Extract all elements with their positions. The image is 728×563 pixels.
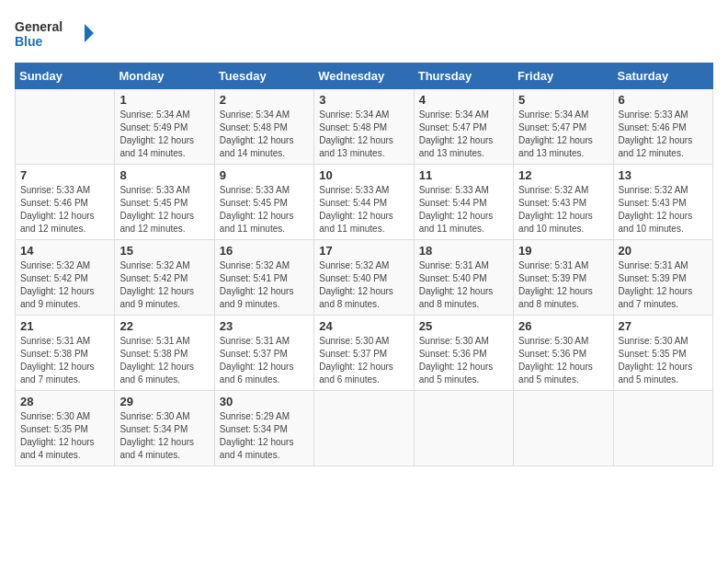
day-number: 3 [319, 93, 408, 107]
calendar-cell: 19Sunrise: 5:31 AM Sunset: 5:39 PM Dayli… [514, 240, 613, 316]
day-number: 15 [119, 244, 209, 258]
svg-text:General: General [15, 19, 63, 34]
col-header-sunday: Sunday [16, 63, 115, 89]
calendar-cell: 5Sunrise: 5:34 AM Sunset: 5:47 PM Daylig… [514, 89, 613, 165]
calendar-cell: 16Sunrise: 5:32 AM Sunset: 5:41 PM Dayli… [214, 240, 313, 316]
day-number: 24 [319, 319, 408, 333]
col-header-thursday: Thursday [414, 63, 513, 89]
calendar-cell: 3Sunrise: 5:34 AM Sunset: 5:48 PM Daylig… [314, 89, 414, 165]
calendar-cell: 15Sunrise: 5:32 AM Sunset: 5:42 PM Dayli… [115, 240, 214, 316]
day-info: Sunrise: 5:32 AM Sunset: 5:40 PM Dayligh… [319, 259, 408, 311]
day-number: 2 [220, 93, 309, 107]
day-number: 17 [319, 244, 408, 258]
calendar-cell: 1Sunrise: 5:34 AM Sunset: 5:49 PM Daylig… [115, 89, 214, 165]
day-number: 11 [419, 168, 508, 182]
day-number: 19 [518, 244, 608, 258]
calendar-cell [414, 391, 513, 466]
day-number: 18 [419, 244, 508, 258]
day-number: 22 [119, 319, 209, 333]
calendar-cell [16, 89, 115, 165]
day-number: 23 [220, 319, 309, 333]
calendar-cell: 17Sunrise: 5:32 AM Sunset: 5:40 PM Dayli… [314, 240, 414, 316]
day-info: Sunrise: 5:29 AM Sunset: 5:34 PM Dayligh… [220, 410, 309, 462]
day-info: Sunrise: 5:33 AM Sunset: 5:44 PM Dayligh… [419, 184, 508, 236]
day-number: 5 [518, 93, 608, 107]
day-number: 25 [419, 319, 508, 333]
calendar-week-row: 7Sunrise: 5:33 AM Sunset: 5:46 PM Daylig… [16, 165, 713, 240]
day-info: Sunrise: 5:33 AM Sunset: 5:46 PM Dayligh… [619, 109, 708, 160]
day-info: Sunrise: 5:31 AM Sunset: 5:38 PM Dayligh… [119, 335, 209, 386]
day-info: Sunrise: 5:34 AM Sunset: 5:47 PM Dayligh… [419, 109, 508, 160]
day-info: Sunrise: 5:30 AM Sunset: 5:35 PM Dayligh… [619, 335, 708, 386]
day-info: Sunrise: 5:31 AM Sunset: 5:37 PM Dayligh… [220, 335, 309, 386]
calendar-cell: 18Sunrise: 5:31 AM Sunset: 5:40 PM Dayli… [414, 240, 513, 316]
calendar-cell: 30Sunrise: 5:29 AM Sunset: 5:34 PM Dayli… [214, 391, 313, 466]
day-info: Sunrise: 5:31 AM Sunset: 5:40 PM Dayligh… [419, 259, 508, 311]
day-number: 9 [220, 168, 309, 182]
calendar-cell: 29Sunrise: 5:30 AM Sunset: 5:34 PM Dayli… [115, 391, 214, 466]
day-info: Sunrise: 5:30 AM Sunset: 5:34 PM Dayligh… [119, 410, 209, 462]
calendar-cell: 8Sunrise: 5:33 AM Sunset: 5:45 PM Daylig… [115, 165, 214, 240]
calendar-cell: 4Sunrise: 5:34 AM Sunset: 5:47 PM Daylig… [414, 89, 513, 165]
calendar-cell: 14Sunrise: 5:32 AM Sunset: 5:42 PM Dayli… [16, 240, 115, 316]
calendar-cell: 20Sunrise: 5:31 AM Sunset: 5:39 PM Dayli… [613, 240, 712, 316]
calendar-cell: 7Sunrise: 5:33 AM Sunset: 5:46 PM Daylig… [16, 165, 115, 240]
calendar-cell: 21Sunrise: 5:31 AM Sunset: 5:38 PM Dayli… [16, 316, 115, 391]
day-number: 1 [119, 93, 209, 107]
day-number: 4 [419, 93, 508, 107]
day-number: 27 [619, 319, 708, 333]
calendar-cell: 2Sunrise: 5:34 AM Sunset: 5:48 PM Daylig… [214, 89, 313, 165]
calendar-cell: 6Sunrise: 5:33 AM Sunset: 5:46 PM Daylig… [613, 89, 712, 165]
page-header: General Blue [15, 15, 713, 52]
day-number: 14 [20, 244, 109, 258]
calendar-week-row: 28Sunrise: 5:30 AM Sunset: 5:35 PM Dayli… [16, 391, 713, 466]
calendar-cell: 13Sunrise: 5:32 AM Sunset: 5:43 PM Dayli… [613, 165, 712, 240]
day-number: 10 [319, 168, 408, 182]
day-info: Sunrise: 5:30 AM Sunset: 5:36 PM Dayligh… [518, 335, 608, 386]
day-number: 20 [619, 244, 708, 258]
day-info: Sunrise: 5:30 AM Sunset: 5:36 PM Dayligh… [419, 335, 508, 386]
calendar-cell [613, 391, 712, 466]
day-info: Sunrise: 5:32 AM Sunset: 5:43 PM Dayligh… [619, 184, 708, 236]
svg-marker-2 [85, 24, 94, 42]
day-info: Sunrise: 5:33 AM Sunset: 5:44 PM Dayligh… [319, 184, 408, 236]
logo-svg: General Blue [15, 15, 97, 52]
calendar-week-row: 21Sunrise: 5:31 AM Sunset: 5:38 PM Dayli… [16, 316, 713, 391]
day-info: Sunrise: 5:32 AM Sunset: 5:43 PM Dayligh… [518, 184, 608, 236]
calendar-table: SundayMondayTuesdayWednesdayThursdayFrid… [15, 63, 713, 466]
day-number: 13 [619, 168, 708, 182]
day-info: Sunrise: 5:31 AM Sunset: 5:38 PM Dayligh… [20, 335, 109, 386]
day-info: Sunrise: 5:30 AM Sunset: 5:35 PM Dayligh… [20, 410, 109, 462]
calendar-cell: 12Sunrise: 5:32 AM Sunset: 5:43 PM Dayli… [514, 165, 613, 240]
day-info: Sunrise: 5:33 AM Sunset: 5:45 PM Dayligh… [119, 184, 209, 236]
day-number: 16 [220, 244, 309, 258]
col-header-friday: Friday [514, 63, 613, 89]
calendar-cell: 24Sunrise: 5:30 AM Sunset: 5:37 PM Dayli… [314, 316, 414, 391]
logo: General Blue [15, 15, 97, 52]
day-info: Sunrise: 5:33 AM Sunset: 5:46 PM Dayligh… [20, 184, 109, 236]
calendar-cell: 26Sunrise: 5:30 AM Sunset: 5:36 PM Dayli… [514, 316, 613, 391]
day-info: Sunrise: 5:34 AM Sunset: 5:48 PM Dayligh… [220, 109, 309, 160]
calendar-cell: 11Sunrise: 5:33 AM Sunset: 5:44 PM Dayli… [414, 165, 513, 240]
calendar-cell: 25Sunrise: 5:30 AM Sunset: 5:36 PM Dayli… [414, 316, 513, 391]
day-info: Sunrise: 5:32 AM Sunset: 5:42 PM Dayligh… [119, 259, 209, 311]
day-info: Sunrise: 5:32 AM Sunset: 5:42 PM Dayligh… [20, 259, 109, 311]
day-info: Sunrise: 5:30 AM Sunset: 5:37 PM Dayligh… [319, 335, 408, 386]
day-number: 29 [119, 395, 209, 408]
day-info: Sunrise: 5:31 AM Sunset: 5:39 PM Dayligh… [619, 259, 708, 311]
calendar-cell: 22Sunrise: 5:31 AM Sunset: 5:38 PM Dayli… [115, 316, 214, 391]
calendar-cell [514, 391, 613, 466]
day-number: 6 [619, 93, 708, 107]
calendar-header-row: SundayMondayTuesdayWednesdayThursdayFrid… [16, 63, 713, 89]
day-info: Sunrise: 5:34 AM Sunset: 5:47 PM Dayligh… [518, 109, 608, 160]
day-number: 7 [20, 168, 109, 182]
calendar-week-row: 1Sunrise: 5:34 AM Sunset: 5:49 PM Daylig… [16, 89, 713, 165]
day-info: Sunrise: 5:34 AM Sunset: 5:48 PM Dayligh… [319, 109, 408, 160]
calendar-cell [314, 391, 414, 466]
day-number: 8 [119, 168, 209, 182]
day-number: 26 [518, 319, 608, 333]
col-header-saturday: Saturday [613, 63, 712, 89]
calendar-cell: 27Sunrise: 5:30 AM Sunset: 5:35 PM Dayli… [613, 316, 712, 391]
day-info: Sunrise: 5:33 AM Sunset: 5:45 PM Dayligh… [220, 184, 309, 236]
calendar-cell: 23Sunrise: 5:31 AM Sunset: 5:37 PM Dayli… [214, 316, 313, 391]
